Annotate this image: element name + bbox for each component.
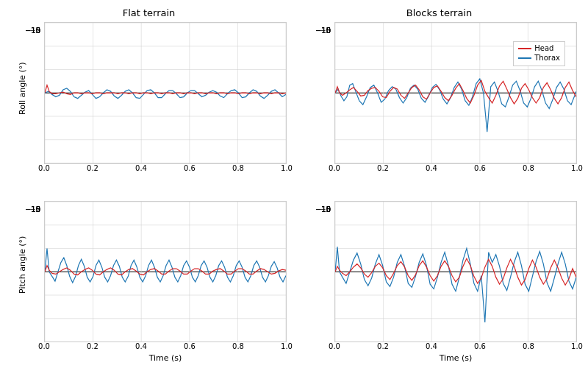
chart-area-blocks-pitch: [334, 201, 577, 343]
y-ticks-roll-left: 15 10 5 0 −5 −10 −15: [4, 22, 42, 164]
blocks-terrain-title: Blocks terrain: [294, 7, 584, 18]
x-ticks-blocks-roll: 0.0 0.2 0.4 0.6 0.8 1.0: [334, 164, 577, 174]
chart-flat-pitch: Pitch angle (°) 15 10 5 0 −5 −10 −15: [4, 186, 294, 365]
x-axis-label-left: Time (s): [44, 353, 287, 363]
x-axis-label-right: Time (s): [334, 353, 577, 363]
chart-area-flat-roll: [44, 22, 287, 164]
flat-terrain-title: Flat terrain: [4, 7, 294, 18]
x-ticks-blocks-pitch: 0.0 0.2 0.4 0.6 0.8 1.0: [334, 342, 577, 353]
thorax-legend-label: Thorax: [534, 54, 560, 62]
chart-area-blocks-roll: Head Thorax: [334, 22, 577, 164]
y-ticks-roll-right: 15 10 5 0 −5 −10 −15: [294, 22, 332, 164]
y-ticks-pitch-left: 15 10 5 0 −5 −10 −15: [4, 201, 42, 343]
main-container: Flat terrain Roll angle (°) 15 10 5 0 −5…: [0, 0, 588, 368]
thorax-legend-line: [518, 57, 531, 59]
chart-area-flat-pitch: [44, 201, 287, 343]
chart-legend: Head Thorax: [513, 41, 565, 66]
head-legend-label: Head: [534, 44, 553, 52]
chart-blocks-pitch: 15 10 5 0 −5 −10 −15: [294, 186, 584, 365]
row-roll: Flat terrain Roll angle (°) 15 10 5 0 −5…: [4, 7, 584, 186]
legend-thorax: Thorax: [518, 54, 560, 62]
y-ticks-pitch-right: 15 10 5 0 −5 −10 −15: [294, 201, 332, 343]
row-pitch: Pitch angle (°) 15 10 5 0 −5 −10 −15: [4, 186, 584, 365]
x-ticks-flat-roll: 0.0 0.2 0.4 0.6 0.8 1.0: [44, 164, 287, 174]
legend-head: Head: [518, 44, 560, 52]
chart-blocks-roll: Blocks terrain 15 10 5 0 −5 −10 −15 Head: [294, 7, 584, 186]
chart-flat-roll: Flat terrain Roll angle (°) 15 10 5 0 −5…: [4, 7, 294, 186]
head-legend-line: [518, 48, 531, 49]
x-ticks-flat-pitch: 0.0 0.2 0.4 0.6 0.8 1.0: [44, 342, 287, 353]
